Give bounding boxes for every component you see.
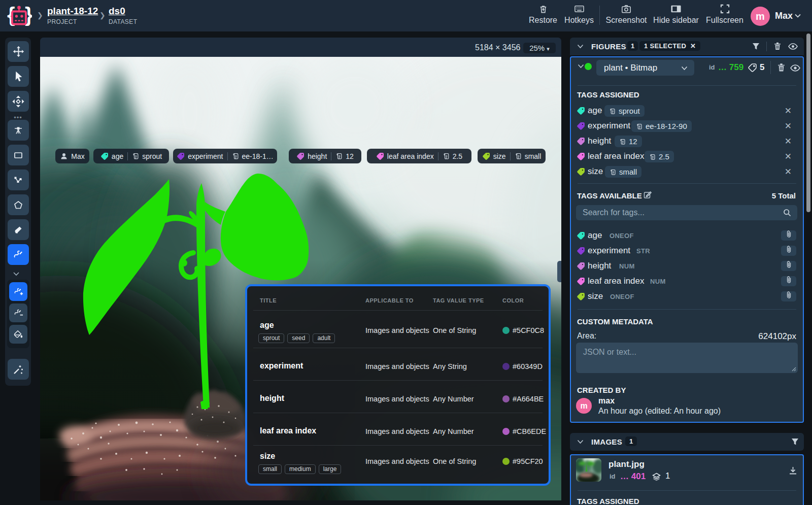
- svg-text:{: {: [7, 4, 15, 26]
